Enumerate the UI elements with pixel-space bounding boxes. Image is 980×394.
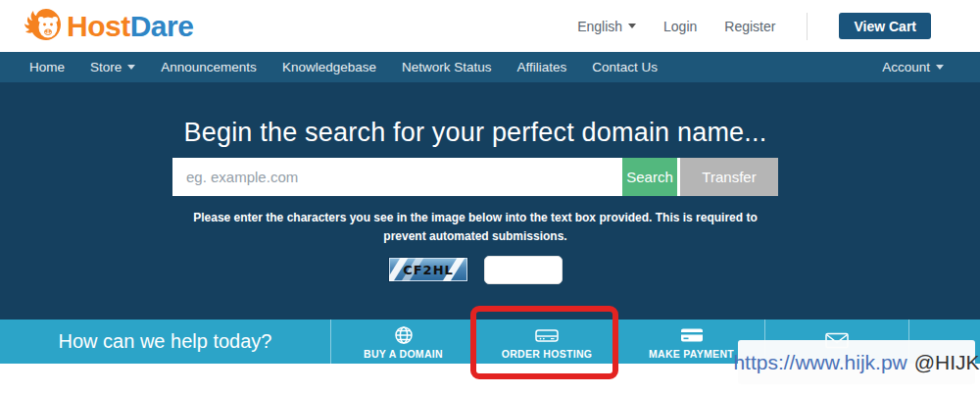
captcha-image: CF2HL: [388, 257, 468, 282]
divider: [807, 13, 808, 40]
credit-card-icon: [679, 326, 705, 344]
hero-heading: Begin the search for your perfect domain…: [172, 119, 778, 146]
watermark-handle: @HIJK: [914, 351, 980, 374]
nav-item-contact-us[interactable]: Contact Us: [579, 52, 670, 82]
captcha-instruction: Please enter the characters you see in t…: [172, 209, 778, 245]
domain-search-input[interactable]: [172, 158, 622, 196]
language-selector[interactable]: English: [577, 19, 636, 34]
domain-search-row: Search Transfer: [172, 158, 778, 196]
nav-item-home[interactable]: Home: [17, 52, 77, 82]
nav-item-network-status[interactable]: Network Status: [389, 52, 505, 82]
globe-icon: [394, 326, 414, 344]
search-button[interactable]: Search: [622, 158, 677, 196]
captcha-code-text: CF2HL: [403, 263, 454, 277]
watermark-url: https://www.hijk.pw: [733, 351, 906, 374]
nav-item-account[interactable]: Account: [869, 52, 956, 82]
help-question: How can we help today?: [0, 320, 330, 364]
chevron-down-icon: [628, 24, 636, 28]
top-bar: HostDare English Login Register View Car…: [0, 0, 980, 52]
logo-wordmark: HostDare: [67, 10, 193, 43]
login-link[interactable]: Login: [663, 19, 697, 34]
domain-search-hero: Begin the search for your perfect domain…: [0, 82, 980, 320]
nav-item-knowledgebase[interactable]: Knowledgebase: [270, 52, 389, 82]
chevron-down-icon: [127, 65, 135, 70]
captcha-input[interactable]: [484, 256, 563, 284]
nav-item-store[interactable]: Store: [77, 52, 148, 82]
transfer-button[interactable]: Transfer: [680, 158, 778, 196]
nav-item-announcements[interactable]: Announcements: [148, 52, 270, 82]
watermark: https://www.hijk.pw @HIJK: [738, 340, 975, 384]
buy-a-domain-button[interactable]: BUY A DOMAIN: [330, 320, 475, 364]
register-link[interactable]: Register: [724, 19, 775, 34]
server-icon: [534, 326, 560, 344]
order-hosting-button[interactable]: ORDER HOSTING: [475, 320, 617, 364]
view-cart-button[interactable]: View Cart: [839, 13, 931, 39]
hostdare-logo[interactable]: HostDare: [22, 6, 193, 47]
lion-logo-icon: [22, 6, 65, 47]
main-nav: Home Store Announcements Knowledgebase N…: [0, 52, 980, 82]
chevron-down-icon: [936, 65, 944, 70]
nav-item-affiliates[interactable]: Affiliates: [505, 52, 580, 82]
